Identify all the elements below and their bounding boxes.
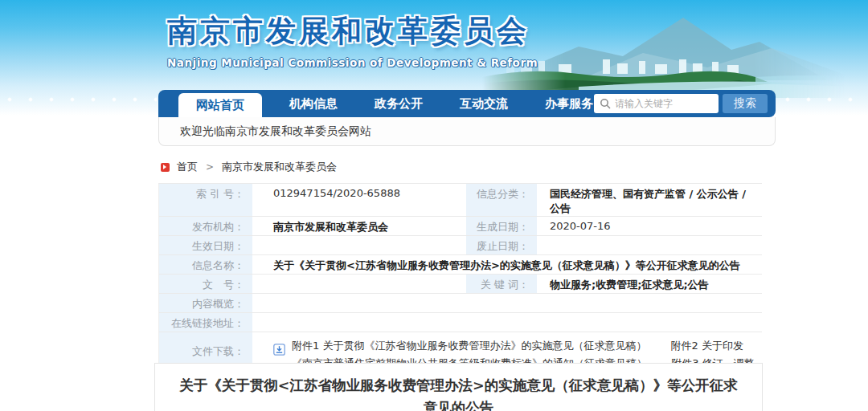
content-overview-label: 内容概览： — [159, 294, 254, 312]
publisher-label: 发布机构： — [159, 217, 254, 235]
breadcrumb-separator: > — [206, 161, 214, 173]
site-brand: 南京市发展和改革委员会 Nanjing Municipal Commission… — [167, 11, 538, 69]
nav-tab-org-info[interactable]: 机构信息 — [280, 90, 347, 117]
expiry-date-label: 废止日期： — [465, 236, 538, 254]
index-number-label: 索 引 号： — [159, 184, 254, 216]
online-link-label: 在线链接地址： — [159, 313, 254, 332]
search-button[interactable]: 搜索 — [723, 94, 768, 113]
table-row: 生效日期： 废止日期： — [159, 236, 762, 255]
index-number-value: 012947154/2020-65888 — [254, 184, 465, 216]
breadcrumb-current: 南京市发展和改革委员会 — [222, 160, 337, 174]
keywords-value: 物业服务;收费管理;征求意见;公告 — [538, 275, 762, 293]
nav-tab-home[interactable]: 网站首页 — [178, 93, 262, 117]
search-input[interactable] — [594, 94, 719, 113]
content-overview-value — [254, 294, 762, 312]
main-nav: 网站首页 机构信息 政务公开 互动交流 办事服务 搜索 — [158, 90, 776, 117]
lake-mountain-scenery — [482, 0, 860, 98]
site-title: 南京市发展和改革委员会 — [167, 11, 538, 51]
info-name-label: 信息名称： — [159, 255, 254, 274]
doc-number-value — [254, 275, 465, 293]
generated-date-label: 生成日期： — [465, 217, 538, 235]
article-title: 关于《关于贯彻<江苏省物业服务收费管理办法>的实施意见（征求意见稿）》等公开征求… — [155, 364, 762, 411]
nav-tab-gov-disclosure[interactable]: 政务公开 — [365, 90, 432, 117]
effective-date-label: 生效日期： — [159, 236, 254, 254]
info-name-value: 关于《关于贯彻<江苏省物业服务收费管理办法>的实施意见（征求意见稿）》等公开征求… — [254, 255, 762, 274]
publisher-value: 南京市发展和改革委员会 — [254, 217, 465, 235]
page: 南京市发展和改革委员会 Nanjing Municipal Commission… — [0, 0, 868, 411]
table-row: 索 引 号： 012947154/2020-65888 信息分类： 国民经济管理… — [159, 184, 762, 217]
nav-tab-services[interactable]: 办事服务 — [535, 90, 603, 117]
table-row: 内容概览： — [159, 294, 762, 313]
doc-number-label: 文 号： — [159, 275, 254, 293]
breadcrumb-marker-icon — [161, 163, 170, 172]
sparkle-pattern-right — [778, 94, 868, 105]
article-panel: 关于《关于贯彻<江苏省物业服务收费管理办法>的实施意见（征求意见稿）》等公开征求… — [154, 363, 763, 411]
sparkle-pattern-left — [0, 94, 157, 105]
attachment-link-1[interactable]: 附件1 关于贯彻《江苏省物业服务收费管理办法》的实施意见（征求意见稿） — [292, 340, 646, 352]
generated-date-value: 2020-07-16 — [538, 217, 762, 235]
search-icon — [600, 98, 611, 109]
info-category-value: 国民经济管理、国有资产监管 / 公示公告 / 公告 — [538, 184, 762, 216]
table-row: 发布机构： 南京市发展和改革委员会 生成日期： 2020-07-16 — [159, 217, 762, 236]
info-category-label: 信息分类： — [465, 184, 538, 216]
document-info-table: 索 引 号： 012947154/2020-65888 信息分类： 国民经济管理… — [158, 183, 762, 391]
online-link-value — [254, 313, 762, 332]
expiry-date-value — [538, 236, 762, 254]
download-icon[interactable] — [273, 344, 285, 356]
effective-date-value — [254, 236, 465, 254]
welcome-bar: 欢迎光临南京市发展和改革委员会网站 — [158, 117, 776, 146]
table-row: 在线链接地址： — [159, 313, 762, 332]
breadcrumb-home-link[interactable]: 首页 — [177, 160, 198, 174]
breadcrumb: 首页 > 南京市发展和改革委员会 — [161, 160, 337, 174]
keywords-label: 关 键 词： — [465, 275, 538, 293]
search-area: 搜索 — [594, 94, 768, 113]
table-row: 文 号： 关 键 词： 物业服务;收费管理;征求意见;公告 — [159, 275, 762, 294]
table-row: 信息名称： 关于《关于贯彻<江苏省物业服务收费管理办法>的实施意见（征求意见稿）… — [159, 255, 762, 275]
nav-tab-interaction[interactable]: 互动交流 — [450, 90, 518, 117]
site-subtitle: Nanjing Municipal Commission of Developm… — [167, 56, 538, 69]
